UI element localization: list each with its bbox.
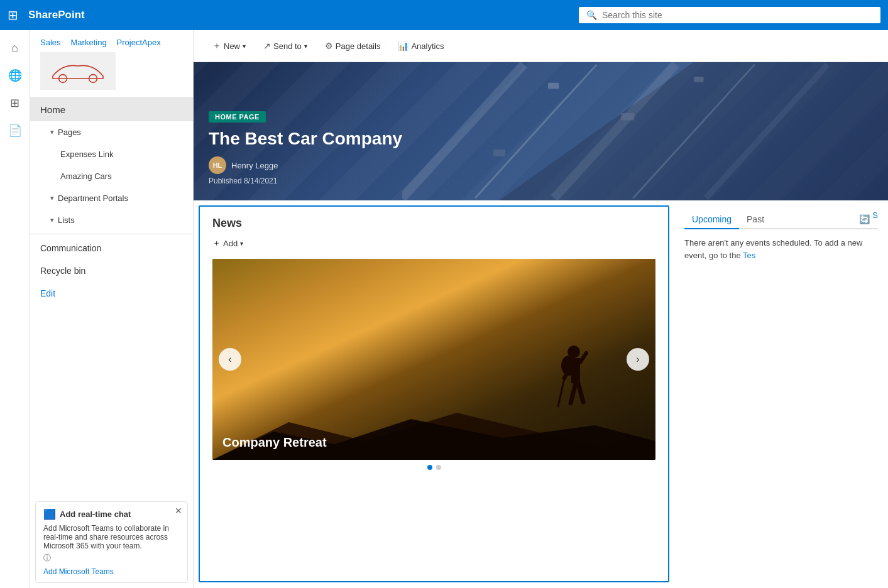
add-chevron-icon: ▾ — [240, 240, 243, 247]
nav-tab-marketing[interactable]: Marketing — [71, 38, 107, 47]
add-label: Add — [223, 239, 238, 248]
main-layout: Sales Marketing ProjectApex Home ▾ Pages — [30, 30, 888, 588]
add-news-btn[interactable]: ＋ Add ▾ — [212, 235, 655, 251]
teams-icon: 🟦 — [43, 508, 56, 520]
svg-rect-10 — [493, 150, 505, 156]
hero-title: The Best Car Company — [209, 129, 402, 149]
left-nav: Sales Marketing ProjectApex Home ▾ Pages — [30, 30, 194, 588]
news-image — [212, 259, 655, 460]
svg-line-2 — [402, 65, 523, 199]
nav-item-dept-portals[interactable]: ▾ Department Portals — [30, 187, 193, 209]
refresh-btn[interactable]: 🔄 — [859, 210, 870, 228]
nav-item-home[interactable]: Home — [30, 98, 193, 121]
hero-date: Published 8/14/2021 — [209, 177, 402, 185]
expenses-label: Expenses Link — [60, 150, 114, 159]
page-details-button[interactable]: ⚙ Page details — [319, 37, 387, 55]
close-chat-btn[interactable]: ✕ — [175, 506, 182, 516]
chat-description: Add Microsoft Teams to collaborate in re… — [43, 524, 180, 550]
svg-line-16 — [571, 383, 576, 403]
gear-icon: ⚙ — [325, 41, 333, 51]
carousel-dots — [212, 465, 655, 470]
svg-line-14 — [580, 353, 586, 362]
svg-line-4 — [554, 65, 675, 199]
analytics-icon: 📊 — [398, 41, 408, 51]
hero-badge: HOME PAGE — [209, 111, 266, 122]
top-bar: ⊞ SharePoint 🔍 — [0, 0, 888, 30]
nav-tab-project[interactable]: ProjectApex — [117, 38, 161, 47]
author-avatar: HL — [209, 156, 226, 174]
chevron-dept: ▾ — [50, 194, 54, 202]
hero-banner: HOME PAGE The Best Car Company HL Henry … — [194, 62, 888, 200]
plus-icon: ＋ — [212, 40, 221, 52]
hero-author: HL Henry Legge — [209, 156, 402, 174]
nav-item-communication[interactable]: Communication — [30, 237, 193, 259]
content-grid: News ＋ Add ▾ — [194, 200, 888, 587]
carousel-next-btn[interactable]: › — [627, 348, 649, 371]
carousel-dot-1[interactable] — [427, 465, 432, 470]
carousel-dot-2[interactable] — [436, 465, 441, 470]
tes-calendar-link[interactable]: Tes — [743, 251, 755, 260]
events-section: Upcoming Past 🔄 S There aren't any event… — [674, 200, 888, 587]
new-label: New — [224, 41, 240, 51]
add-teams-link[interactable]: Add Microsoft Teams — [43, 567, 180, 576]
sendto-chevron-icon: ▾ — [304, 43, 307, 50]
tab-upcoming[interactable]: Upcoming — [684, 210, 739, 229]
send-to-button[interactable]: ↗ Send to ▾ — [257, 37, 314, 55]
content-area: ＋ New ▾ ↗ Send to ▾ ⚙ Page details 📊 Ana… — [194, 30, 888, 588]
mountain-svg — [212, 410, 655, 460]
page-details-label: Page details — [336, 41, 381, 51]
chat-title: 🟦 Add real-time chat — [43, 508, 180, 520]
lists-label: Lists — [58, 215, 75, 225]
nav-item-amazing-cars[interactable]: Amazing Cars — [30, 165, 193, 187]
nav-item-lists[interactable]: ▾ Lists — [30, 209, 193, 231]
sidebar-icons: ⌂ 🌐 ⊞ 📄 — [0, 30, 30, 588]
new-chevron-icon: ▾ — [243, 43, 246, 50]
send-to-label: Send to — [273, 41, 302, 51]
events-tabs: Upcoming Past 🔄 S — [684, 210, 878, 229]
svg-rect-9 — [694, 77, 703, 82]
nav-section: Home ▾ Pages Expenses Link Amazing Cars … — [30, 98, 193, 496]
home-nav-icon[interactable]: ⌂ — [3, 35, 28, 60]
home-label: Home — [40, 104, 65, 115]
app-title: SharePoint — [28, 9, 85, 21]
info-icon: ⓘ — [43, 553, 180, 564]
edit-label: Edit — [40, 288, 55, 298]
doc-nav-icon[interactable]: 📄 — [3, 118, 28, 143]
apps-nav-icon[interactable]: ⊞ — [3, 90, 28, 116]
tab-past[interactable]: Past — [739, 210, 772, 229]
author-name: Henry Legge — [231, 161, 278, 170]
news-title: News — [212, 217, 655, 230]
nav-tab-sales[interactable]: Sales — [40, 38, 61, 47]
news-carousel: Company Retreat ‹ › — [212, 259, 655, 460]
nav-item-edit[interactable]: Edit — [30, 282, 193, 305]
chat-title-text: Add real-time chat — [60, 509, 131, 519]
new-button[interactable]: ＋ New ▾ — [206, 36, 252, 55]
svg-line-6 — [706, 65, 827, 199]
svg-rect-7 — [548, 83, 559, 89]
sync-label: S — [872, 210, 878, 228]
car-logo-image — [47, 58, 109, 84]
globe-nav-icon[interactable]: 🌐 — [3, 63, 28, 88]
carousel-prev-btn[interactable]: ‹ — [219, 348, 241, 371]
chat-notification: ✕ 🟦 Add real-time chat Add Microsoft Tea… — [35, 501, 188, 583]
events-empty-text: There aren't any events scheduled. To ad… — [684, 238, 862, 260]
svg-line-17 — [578, 383, 583, 402]
search-bar: 🔍 — [579, 7, 880, 23]
nav-item-expenses[interactable]: Expenses Link — [30, 143, 193, 165]
analytics-button[interactable]: 📊 Analytics — [392, 37, 450, 55]
svg-rect-8 — [621, 113, 634, 121]
pages-label: Pages — [58, 128, 81, 137]
nav-item-pages[interactable]: ▾ Pages — [30, 121, 193, 143]
dept-portals-label: Department Portals — [58, 193, 128, 203]
nav-item-recycle-bin[interactable]: Recycle bin — [30, 259, 193, 282]
search-input[interactable] — [602, 10, 873, 20]
send-icon: ↗ — [263, 41, 271, 51]
communication-label: Communication — [40, 243, 101, 253]
chevron-pages: ▾ — [50, 128, 54, 136]
grid-icon[interactable]: ⊞ — [8, 8, 18, 23]
events-empty-message: There aren't any events scheduled. To ad… — [684, 237, 878, 261]
toolbar: ＋ New ▾ ↗ Send to ▾ ⚙ Page details 📊 Ana… — [194, 30, 888, 62]
search-icon: 🔍 — [586, 10, 597, 20]
recycle-bin-label: Recycle bin — [40, 266, 85, 276]
analytics-label: Analytics — [411, 41, 444, 51]
